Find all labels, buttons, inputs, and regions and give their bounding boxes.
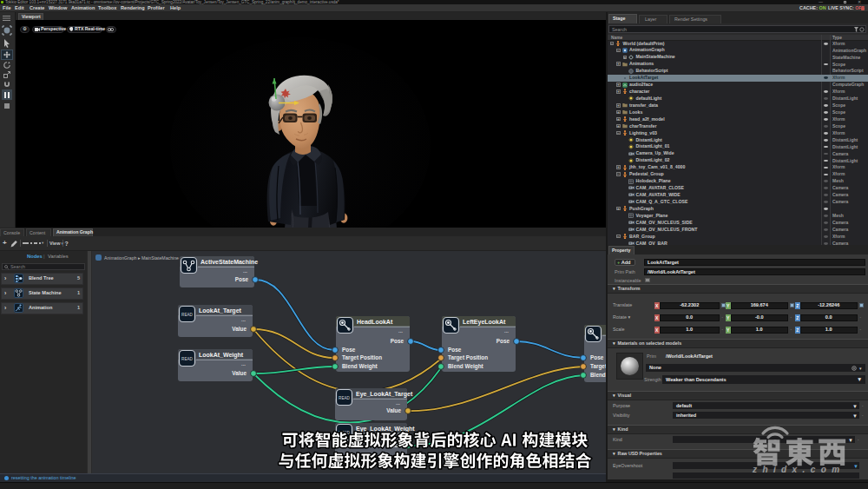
svg-text:ActiveStateMachine: ActiveStateMachine: [201, 259, 258, 265]
svg-text:Value: Value: [232, 370, 247, 376]
svg-text:LeftEyeLookAt: LeftEyeLookAt: [463, 319, 506, 326]
svg-text:Blend Weight: Blend Weight: [448, 363, 484, 370]
svg-text:Value: Value: [386, 442, 401, 448]
svg-text:...: ...: [398, 328, 403, 334]
svg-text:HeadLookAt: HeadLookAt: [357, 319, 393, 325]
svg-text:Target: Target: [590, 363, 606, 370]
svg-text:Blend Weight: Blend Weight: [342, 363, 378, 370]
svg-text:LookAt_Weight: LookAt_Weight: [199, 352, 244, 359]
svg-text:Target Position: Target Position: [448, 354, 488, 361]
svg-text:Pose: Pose: [448, 347, 462, 353]
svg-text:Blend W: Blend W: [590, 372, 606, 378]
svg-text:Target Position: Target Position: [342, 354, 382, 361]
svg-text:Pose: Pose: [342, 347, 356, 353]
svg-text:...: ...: [241, 361, 246, 367]
svg-text:...: ...: [396, 435, 400, 440]
svg-text:...: ...: [396, 400, 400, 406]
svg-text:READ: READ: [181, 313, 193, 317]
svg-text:Value: Value: [232, 326, 247, 332]
svg-text:Eye_LookAt_Weight: Eye_LookAt_Weight: [356, 426, 415, 433]
svg-text:Pose: Pose: [391, 338, 404, 344]
svg-text:READ: READ: [339, 431, 350, 435]
svg-text:Value: Value: [386, 407, 401, 413]
svg-text:Eye_LookAt_Target: Eye_LookAt_Target: [356, 391, 413, 398]
svg-text:...: ...: [504, 328, 509, 334]
svg-text:Pose: Pose: [496, 338, 510, 344]
svg-text:READ: READ: [181, 357, 193, 361]
svg-text:READ: READ: [339, 396, 350, 400]
svg-text:...: ...: [243, 268, 247, 274]
svg-text:Pose: Pose: [235, 276, 249, 282]
svg-text:...: ...: [241, 317, 246, 322]
svg-text:Pose: Pose: [590, 354, 604, 360]
svg-text:LookAt_Target: LookAt_Target: [199, 307, 242, 314]
